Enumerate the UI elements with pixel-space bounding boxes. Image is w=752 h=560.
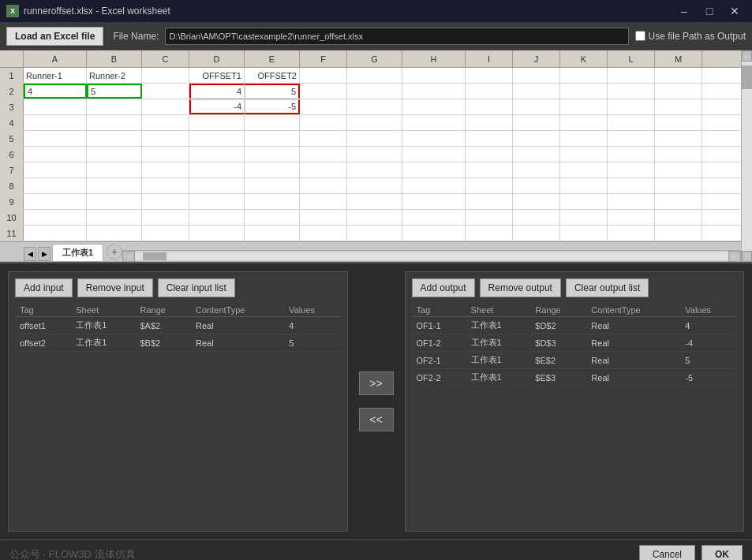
cell-i11[interactable] (466, 226, 513, 241)
cell-d1[interactable]: OFFSET1 (189, 68, 245, 83)
add-sheet-button[interactable]: + (107, 244, 122, 259)
cell-k2[interactable] (560, 84, 608, 99)
cell-k6[interactable] (560, 147, 608, 162)
cell-m2[interactable] (655, 84, 702, 99)
cell-g4[interactable] (347, 115, 402, 130)
cell-e10[interactable] (245, 210, 300, 225)
use-filepath-checkbox[interactable] (635, 31, 645, 41)
clear-output-button[interactable]: Clear output list (566, 278, 649, 297)
cell-b4[interactable] (87, 115, 142, 130)
cell-b7[interactable] (87, 162, 142, 177)
table-row[interactable]: 11 (0, 226, 741, 241)
table-row[interactable]: 6 (0, 147, 741, 162)
col-header-b[interactable]: B (87, 50, 142, 67)
remove-input-button[interactable]: Remove input (77, 278, 153, 297)
cell-e8[interactable] (245, 178, 300, 193)
table-row[interactable]: offset1工作表1$A$2Real4 (15, 317, 341, 334)
cell-a8[interactable] (24, 178, 87, 193)
file-path-input[interactable] (165, 28, 628, 45)
cell-e11[interactable] (245, 226, 300, 241)
cell-a3[interactable] (24, 99, 87, 114)
cell-f9[interactable] (300, 194, 347, 209)
cell-j10[interactable] (513, 210, 560, 225)
cell-c5[interactable] (142, 131, 189, 146)
cell-m3[interactable] (655, 99, 702, 114)
cell-h4[interactable] (402, 115, 466, 130)
cell-l1[interactable] (608, 68, 655, 83)
cell-k7[interactable] (560, 162, 608, 177)
cell-e2[interactable]: 5 (245, 84, 300, 99)
table-row[interactable]: 7 (0, 162, 741, 178)
cell-i8[interactable] (466, 178, 513, 193)
cell-k9[interactable] (560, 194, 608, 209)
cell-g3[interactable] (347, 99, 402, 114)
tab-nav-right[interactable]: ▶ (38, 247, 51, 261)
cell-h2[interactable] (402, 84, 466, 99)
cell-j11[interactable] (513, 226, 560, 241)
cell-e4[interactable] (245, 115, 300, 130)
cell-d11[interactable] (189, 226, 245, 241)
cell-c3[interactable] (142, 99, 189, 114)
cell-j5[interactable] (513, 131, 560, 146)
col-header-d[interactable]: D (189, 50, 245, 67)
cell-m7[interactable] (655, 162, 702, 177)
cell-c7[interactable] (142, 162, 189, 177)
cell-h8[interactable] (402, 178, 466, 193)
cell-g2[interactable] (347, 84, 402, 99)
cell-h6[interactable] (402, 147, 466, 162)
cell-b5[interactable] (87, 131, 142, 146)
cell-l11[interactable] (608, 226, 655, 241)
cell-b3[interactable] (87, 99, 142, 114)
cell-j2[interactable] (513, 84, 560, 99)
cell-e1[interactable]: OFFSET2 (245, 68, 300, 83)
close-button[interactable]: ✕ (724, 2, 746, 20)
col-header-e[interactable]: E (245, 50, 300, 67)
cell-a4[interactable] (24, 115, 87, 130)
col-header-l[interactable]: L (608, 50, 655, 67)
cell-i4[interactable] (466, 115, 513, 130)
cell-d2[interactable]: 4 (189, 84, 245, 99)
add-input-button[interactable]: Add input (15, 278, 73, 297)
forward-arrow-button[interactable]: >> (359, 371, 394, 395)
cell-h9[interactable] (402, 194, 466, 209)
cell-j1[interactable] (513, 68, 560, 83)
cell-j6[interactable] (513, 147, 560, 162)
cell-f7[interactable] (300, 162, 347, 177)
cell-f10[interactable] (300, 210, 347, 225)
cell-c6[interactable] (142, 147, 189, 162)
table-row[interactable]: 9 (0, 194, 741, 210)
cell-j3[interactable] (513, 99, 560, 114)
cell-m8[interactable] (655, 178, 702, 193)
cell-l7[interactable] (608, 162, 655, 177)
table-row[interactable]: 1Runner-1Runner-2OFFSET1OFFSET2 (0, 68, 741, 84)
cell-k3[interactable] (560, 99, 608, 114)
cell-g10[interactable] (347, 210, 402, 225)
cell-i6[interactable] (466, 147, 513, 162)
table-row[interactable]: 4 (0, 115, 741, 131)
cell-m9[interactable] (655, 194, 702, 209)
cell-m10[interactable] (655, 210, 702, 225)
table-row[interactable]: 8 (0, 178, 741, 194)
cell-h1[interactable] (402, 68, 466, 83)
remove-output-button[interactable]: Remove output (480, 278, 561, 297)
cell-f8[interactable] (300, 178, 347, 193)
cell-g6[interactable] (347, 147, 402, 162)
col-header-c[interactable]: C (142, 50, 189, 67)
v-scroll-up[interactable]: ▲ (742, 50, 752, 62)
col-header-j[interactable]: J (513, 50, 560, 67)
cell-d5[interactable] (189, 131, 245, 146)
cell-c8[interactable] (142, 178, 189, 193)
tab-nav-left[interactable]: ◀ (24, 247, 36, 261)
cell-d8[interactable] (189, 178, 245, 193)
table-row[interactable]: 24545 (0, 84, 741, 99)
col-header-m[interactable]: M (655, 50, 702, 67)
cell-m6[interactable] (655, 147, 702, 162)
cell-h7[interactable] (402, 162, 466, 177)
cell-a11[interactable] (24, 226, 87, 241)
cell-e7[interactable] (245, 162, 300, 177)
cell-e5[interactable] (245, 131, 300, 146)
cell-b2[interactable]: 5 (87, 84, 142, 99)
col-header-k[interactable]: K (560, 50, 608, 67)
cell-j4[interactable] (513, 115, 560, 130)
cell-g8[interactable] (347, 178, 402, 193)
